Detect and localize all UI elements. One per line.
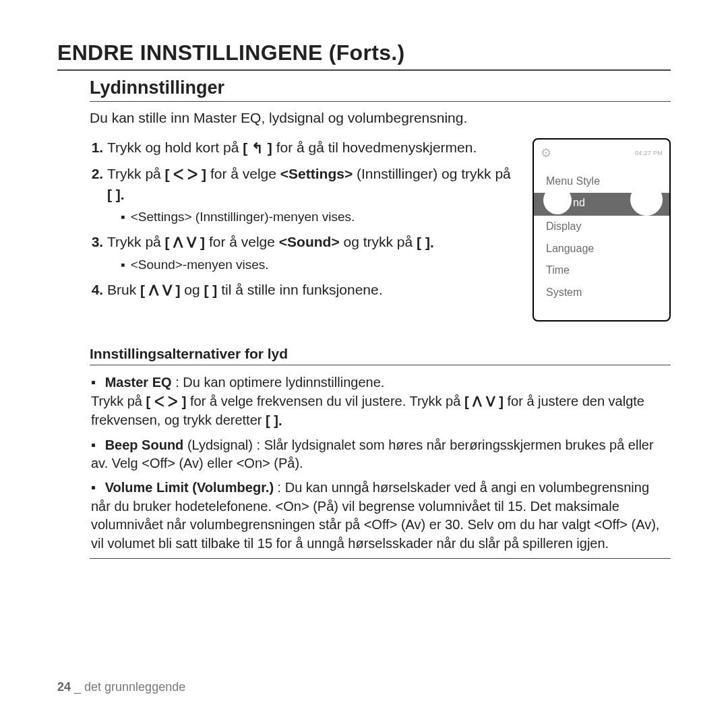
footer-section: det grunnleggende bbox=[84, 680, 185, 694]
step-2-sub: <Settings> (Innstillinger)-menyen vises. bbox=[107, 208, 518, 226]
options-rule-top bbox=[90, 365, 671, 365]
options-block: Master EQ : Du kan optimere lydinnstilli… bbox=[90, 373, 671, 553]
menu-item-time: Time bbox=[534, 260, 669, 282]
menu-item-display: Display bbox=[534, 216, 669, 238]
gear-icon: ⚙ bbox=[541, 146, 551, 160]
device-time: 04:27 PM bbox=[635, 150, 663, 156]
section-rule bbox=[90, 101, 671, 102]
menu-item-language: Language bbox=[534, 238, 669, 260]
option-beep-sound: Beep Sound (Lydsignal) : Slår lydsignale… bbox=[91, 436, 671, 473]
option-master-eq: Master EQ : Du kan optimere lydinnstilli… bbox=[91, 373, 671, 431]
options-list: Master EQ : Du kan optimere lydinnstilli… bbox=[90, 373, 671, 553]
page-footer: 24 _ det grunnleggende bbox=[57, 680, 185, 694]
step-4: Bruk [ ᐱ ᐯ ] og [ ] til å stille inn fun… bbox=[107, 280, 518, 300]
up-down-icon: [ ᐱ ᐯ ] bbox=[140, 281, 181, 300]
option-volume-limit: Volume Limit (Volumbegr.) : Du kan unngå… bbox=[91, 479, 671, 553]
selection-bubble-right bbox=[630, 193, 663, 216]
section-intro: Du kan stille inn Master EQ, lydsignal o… bbox=[90, 110, 671, 126]
manual-page: ENDRE INNSTILLINGENE (Forts.) Lydinnstil… bbox=[0, 0, 728, 728]
device-mockup: ⚙ 04:27 PM Menu Style nd Display Languag… bbox=[533, 138, 671, 322]
menu-item-system: System bbox=[534, 282, 669, 304]
section-heading: Lydinnstillinger bbox=[90, 78, 671, 98]
menu-item-style: Menu Style bbox=[534, 171, 669, 193]
step-1: Trykk og hold kort på [ ↰ ] for å gå til… bbox=[107, 138, 518, 158]
device-menu: Menu Style nd Display Language Time Syst… bbox=[534, 171, 669, 304]
left-right-icon: [ ᐸ ᐳ ] bbox=[165, 165, 207, 184]
step-2: Trykk på [ ᐸ ᐳ ] for å velge <Settings> … bbox=[107, 164, 518, 225]
selection-bubble-left bbox=[543, 193, 572, 214]
up-down-icon: [ ᐱ ᐯ ] bbox=[464, 393, 504, 412]
select-icon: [ ]. bbox=[107, 185, 125, 204]
menu-item-sound: nd bbox=[534, 193, 669, 216]
step-list: Trykk og hold kort på [ ↰ ] for å gå til… bbox=[90, 138, 518, 300]
two-column: Trykk og hold kort på [ ↰ ] for å gå til… bbox=[90, 138, 671, 322]
left-right-icon: [ ᐸ ᐳ ] bbox=[146, 393, 187, 412]
page-title: ENDRE INNSTILLINGENE (Forts.) bbox=[57, 40, 671, 65]
options-rule-bottom bbox=[90, 558, 671, 559]
step-3: Trykk på [ ᐱ ᐯ ] for å velge <Sound> og … bbox=[107, 233, 518, 274]
up-down-icon: [ ᐱ ᐯ ] bbox=[165, 233, 206, 252]
options-heading: Innstillingsalternativer for lyd bbox=[90, 346, 671, 362]
page-number: 24 bbox=[57, 680, 71, 694]
device-statusbar: ⚙ 04:27 PM bbox=[534, 145, 669, 161]
back-icon: [ ↰ ] bbox=[243, 139, 272, 158]
steps-column: Trykk og hold kort på [ ↰ ] for å gå til… bbox=[90, 138, 518, 307]
content-block: Lydinnstillinger Du kan stille inn Maste… bbox=[90, 78, 671, 559]
select-icon: [ ]. bbox=[266, 412, 282, 431]
select-icon: [ ] bbox=[204, 281, 218, 300]
title-rule bbox=[57, 69, 671, 71]
select-icon: [ ]. bbox=[417, 233, 434, 252]
step-3-sub: <Sound>-menyen vises. bbox=[107, 256, 518, 274]
